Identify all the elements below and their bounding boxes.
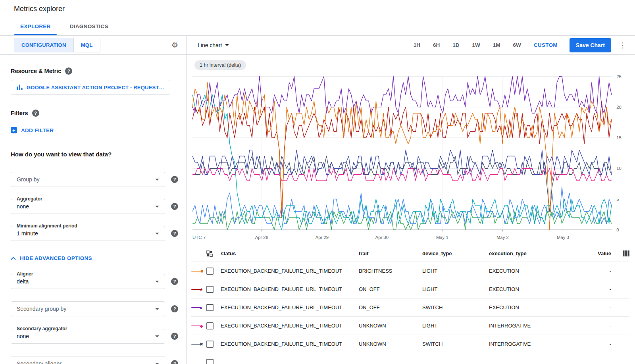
legend-table: status trait device_type execution_type … (187, 245, 635, 364)
chevron-down-icon (155, 233, 159, 235)
mql-toggle[interactable]: MQL (73, 38, 100, 52)
secondary-aggregator-select[interactable]: Secondary aggregator none (11, 329, 165, 344)
table-body: ■ EXECUTION_BACKEND_FAILURE_URL_TIMEOUT … (191, 262, 629, 364)
aligner-select[interactable]: Aligner delta (11, 274, 165, 289)
aggregator-help-icon[interactable] (171, 203, 178, 210)
secondary-aligner-select[interactable]: Secondary aligner (11, 356, 165, 364)
aggregator-select[interactable]: Aggregator none (11, 199, 165, 214)
configuration-toggle[interactable]: CONFIGURATION (14, 38, 73, 52)
secondary-aggregator-help-icon[interactable] (171, 333, 178, 340)
row-checkbox[interactable] (206, 341, 214, 348)
alignment-period-select[interactable]: Minimum alignment period 1 minute (11, 226, 165, 241)
table-row: ◆ EXECUTION_BACKEND_FAILURE_URL_TIMEOUT … (191, 317, 629, 335)
chevron-down-icon (155, 308, 159, 310)
settings-gear-icon[interactable] (171, 41, 178, 49)
bar-chart-icon (17, 85, 23, 90)
time-range-1d[interactable]: 1D (452, 42, 459, 48)
execution-type-cell: EXECUTION (489, 304, 588, 310)
chart-type-select[interactable]: Line chart (198, 42, 229, 48)
time-range-6h[interactable]: 6H (433, 42, 440, 48)
device-type-cell: LIGHT (422, 268, 489, 274)
group-by-help-icon[interactable] (171, 176, 178, 183)
tab-bar: EXPLORER DIAGNOSTICS (0, 17, 635, 36)
series-marker-icon: ✖ (191, 341, 203, 347)
trait-cell: ON_OFF (359, 286, 422, 292)
more-options-icon[interactable] (618, 41, 628, 50)
save-chart-button[interactable]: Save Chart (570, 38, 611, 52)
tab-diagnostics[interactable]: DIAGNOSTICS (60, 17, 118, 35)
chevron-down-icon (155, 179, 159, 181)
time-range-1w[interactable]: 1W (472, 42, 480, 48)
trait-cell: BRIGHTNESS (359, 268, 422, 274)
chevron-down-icon (225, 44, 229, 46)
value-cell: - (588, 268, 611, 274)
page-header: Metrics explorer (0, 0, 635, 17)
svg-text:5: 5 (616, 197, 619, 202)
filters-help-icon[interactable] (32, 110, 39, 117)
svg-text:15: 15 (616, 135, 622, 140)
column-trait: trait (359, 250, 422, 256)
svg-text:Apr 28: Apr 28 (255, 235, 268, 240)
value-cell: - (588, 304, 611, 310)
hide-advanced-options-button[interactable]: HIDE ADVANCED OPTIONS (11, 255, 92, 261)
series-marker-icon: ▲ (191, 305, 203, 310)
chart-toolbar: Line chart 1H 6H 1D 1W 1M 6W CUSTOM Save… (187, 36, 635, 55)
device-type-cell: SWITCH (422, 304, 489, 310)
secondary-aligner-row: Secondary aligner (11, 356, 178, 364)
row-checkbox[interactable] (206, 322, 214, 329)
secondary-aligner-help-icon[interactable] (171, 360, 178, 364)
alignment-period-help-icon[interactable] (171, 230, 178, 237)
time-range-1h[interactable]: 1H (414, 42, 420, 48)
device-type-cell: LIGHT (422, 323, 489, 329)
value-cell: - (588, 286, 611, 292)
svg-text:May 1: May 1 (436, 235, 448, 240)
status-cell: EXECUTION_BACKEND_FAILURE_URL_TIMEOUT (221, 268, 359, 274)
svg-text:Apr 30: Apr 30 (375, 235, 389, 240)
row-checkbox[interactable] (206, 286, 214, 293)
chevron-down-icon (155, 335, 159, 337)
column-settings-icon[interactable] (623, 250, 629, 256)
filters-heading: Filters (11, 110, 178, 117)
group-by-select[interactable]: Group by (11, 172, 165, 187)
status-cell: EXECUTION_BACKEND_FAILURE_URL_TIMEOUT (221, 286, 359, 292)
chart-main-area: Line chart 1H 6H 1D 1W 1M 6W CUSTOM Save… (187, 36, 635, 364)
chevron-down-icon (155, 281, 159, 283)
chevron-up-icon (11, 257, 16, 260)
secondary-group-by-select[interactable]: Secondary group by (11, 301, 165, 316)
add-filter-button[interactable]: ADD FILTER (11, 127, 54, 133)
table-row: ✖ EXECUTION_BACKEND_FAILURE_URL_TIMEOUT … (191, 335, 629, 353)
content: CONFIGURATION MQL Resource & Metric (0, 36, 635, 364)
time-range-custom[interactable]: CUSTOM (534, 42, 558, 48)
interval-badge: 1 hr interval (delta) (194, 60, 246, 70)
panel-body: Resource & Metric GOOGLE ASSISTANT ACTIO… (0, 55, 186, 364)
alignment-period-row: Minimum alignment period 1 minute (11, 226, 178, 241)
resource-metric-help-icon[interactable] (65, 67, 72, 75)
metric-chip[interactable]: GOOGLE ASSISTANT ACTION PROJECT - REQUES… (11, 80, 170, 95)
series-marker-icon (191, 360, 203, 364)
table-row: ■ EXECUTION_BACKEND_FAILURE_URL_TIMEOUT … (191, 262, 629, 280)
chart-wrap: 0510152025UTC-7Apr 28Apr 29Apr 30May 1Ma… (191, 72, 629, 242)
time-range-6w[interactable]: 6W (513, 42, 521, 48)
trait-cell: UNKNOWN (359, 323, 422, 329)
column-value: Value (588, 250, 611, 256)
add-icon (11, 127, 17, 133)
status-cell: EXECUTION_BACKEND_FAILURE_URL_TIMEOUT (221, 304, 359, 310)
execution-type-cell: INTERROGATIVE (489, 341, 588, 347)
secondary-group-by-help-icon[interactable] (171, 305, 178, 312)
select-series-icon[interactable] (206, 250, 213, 257)
tab-explorer[interactable]: EXPLORER (11, 17, 60, 35)
status-cell: EXECUTION_BACKEND_FAILURE_URL_TIMEOUT (221, 323, 359, 329)
time-range-1m[interactable]: 1M (493, 42, 500, 48)
row-checkbox[interactable] (206, 304, 214, 311)
svg-text:20: 20 (616, 105, 622, 110)
table-header: status trait device_type execution_type … (191, 245, 629, 262)
series-marker-icon: ★ (191, 287, 203, 292)
svg-text:May 3: May 3 (557, 235, 569, 240)
line-chart: 0510152025UTC-7Apr 28Apr 29Apr 30May 1Ma… (191, 72, 629, 242)
table-row (191, 353, 629, 364)
row-checkbox[interactable] (206, 268, 214, 275)
time-range-group: 1H 6H 1D 1W 1M 6W (414, 42, 521, 48)
row-checkbox[interactable] (206, 359, 214, 364)
svg-text:May 2: May 2 (496, 235, 509, 240)
aligner-help-icon[interactable] (171, 278, 178, 285)
